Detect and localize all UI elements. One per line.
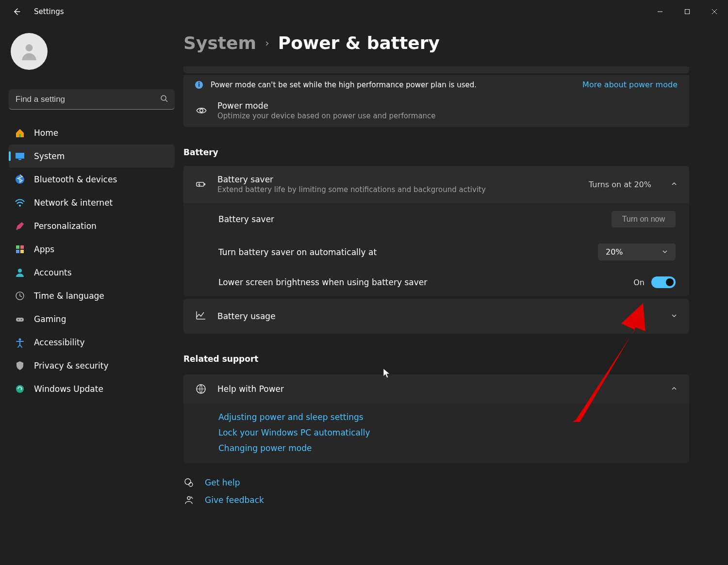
bluetooth-icon [15, 174, 25, 185]
home-icon [15, 128, 25, 138]
title-bar: Settings [0, 0, 728, 23]
footer-links: Get help Give feedback [183, 477, 689, 505]
accounts-icon [15, 267, 25, 278]
sidebar-item-label: Privacy & security [34, 361, 109, 371]
power-mode-title: Power mode [217, 101, 436, 111]
close-button[interactable] [701, 0, 728, 23]
sidebar-item-system[interactable]: System [9, 145, 175, 168]
sidebar-item-label: Apps [34, 244, 54, 254]
info-icon: i [195, 81, 203, 89]
chevron-down-icon [662, 247, 668, 257]
svg-point-16 [21, 319, 22, 321]
sidebar-item-bluetooth[interactable]: Bluetooth & devices [9, 168, 175, 191]
battery-section-title: Battery [183, 147, 689, 157]
svg-point-7 [19, 205, 21, 207]
feedback-link[interactable]: Give feedback [183, 495, 689, 505]
lower-brightness-state: On [633, 278, 645, 287]
battery-saver-status: Turns on at 20% [589, 180, 651, 189]
toggle-knob [666, 278, 674, 286]
main-content: System › Power & battery i Power mode ca… [183, 23, 728, 565]
svg-point-15 [18, 319, 19, 321]
auto-threshold-value: 20% [606, 247, 623, 257]
help-link-3[interactable]: Changing power mode [218, 443, 676, 453]
get-help-icon [183, 477, 194, 488]
sidebar-item-label: Home [34, 128, 58, 138]
chevron-right-icon: › [265, 37, 269, 49]
sidebar-item-label: Accounts [34, 268, 72, 277]
svg-point-25 [187, 497, 190, 500]
sidebar-item-home[interactable]: Home [9, 121, 175, 145]
info-text: Power mode can't be set while the high p… [211, 81, 477, 89]
svg-point-19 [200, 109, 203, 113]
sidebar-item-windows-update[interactable]: Windows Update [9, 377, 175, 401]
svg-rect-21 [204, 183, 205, 185]
search-input[interactable] [16, 95, 160, 104]
auto-threshold-select[interactable]: 20% [598, 243, 676, 260]
svg-point-23 [185, 479, 191, 484]
feedback-icon [183, 495, 194, 505]
sidebar-item-label: System [34, 151, 65, 161]
lower-brightness-label: Lower screen brightness when using batte… [218, 277, 427, 287]
sidebar-item-privacy[interactable]: Privacy & security [9, 354, 175, 377]
avatar[interactable] [11, 33, 48, 70]
sidebar-item-label: Bluetooth & devices [34, 175, 117, 184]
power-mode-subtitle: Optimize your device based on power use … [217, 112, 436, 120]
chevron-up-icon [671, 385, 678, 394]
sidebar-item-gaming[interactable]: Gaming [9, 307, 175, 331]
battery-saver-header[interactable]: Battery saver Extend battery life by lim… [183, 166, 689, 203]
sidebar-item-time-language[interactable]: Time & language [9, 284, 175, 307]
gaming-icon [15, 314, 25, 324]
help-link-2[interactable]: Lock your Windows PC automatically [218, 428, 676, 437]
auto-threshold-label: Turn battery saver on automatically at [218, 247, 377, 257]
accessibility-icon [15, 337, 25, 348]
powermode-icon [195, 104, 208, 117]
help-link-1[interactable]: Adjusting power and sleep settings [218, 412, 676, 422]
svg-rect-9 [20, 245, 24, 249]
svg-point-1 [26, 44, 33, 51]
sidebar-item-label: Network & internet [34, 198, 113, 208]
info-link[interactable]: More about power mode [582, 80, 678, 89]
svg-rect-3 [19, 134, 21, 137]
help-title: Help with Power [217, 384, 284, 394]
apps-icon [15, 244, 25, 255]
search-icon [160, 95, 168, 104]
window-title: Settings [34, 7, 64, 16]
svg-rect-5 [18, 159, 21, 160]
sidebar-item-network[interactable]: Network & internet [9, 191, 175, 214]
svg-point-12 [18, 269, 22, 273]
breadcrumb-parent[interactable]: System [183, 33, 256, 53]
maximize-button[interactable] [674, 0, 701, 23]
sidebar-item-accessibility[interactable]: Accessibility [9, 331, 175, 354]
sidebar-item-accounts[interactable]: Accounts [9, 261, 175, 284]
svg-rect-0 [685, 10, 690, 14]
back-button[interactable] [10, 5, 23, 18]
sidebar-item-apps[interactable]: Apps [9, 238, 175, 261]
sidebar-item-label: Time & language [34, 291, 104, 301]
turn-on-now-button[interactable]: Turn on now [612, 211, 676, 227]
svg-point-18 [16, 385, 24, 393]
sidebar-item-personalization[interactable]: Personalization [9, 214, 175, 238]
related-section-title: Related support [183, 354, 689, 364]
auto-threshold-row: Turn battery saver on automatically at 2… [183, 235, 689, 268]
sidebar-item-label: Gaming [34, 314, 66, 324]
chevron-down-icon [671, 312, 678, 321]
svg-point-2 [161, 96, 166, 100]
collapsed-card-stub [183, 66, 689, 73]
sidebar-item-label: Accessibility [34, 338, 85, 347]
battery-usage-label: Battery usage [217, 311, 276, 321]
nav: Home System Bluetooth & devices Network … [9, 121, 175, 401]
time-language-icon [15, 291, 25, 301]
help-header[interactable]: Help with Power [183, 374, 689, 404]
sidebar: Home System Bluetooth & devices Network … [0, 23, 183, 565]
battery-usage-row[interactable]: Battery usage [183, 299, 689, 334]
network-icon [15, 197, 25, 208]
minimize-button[interactable] [646, 0, 674, 23]
help-links: Adjusting power and sleep settings Lock … [183, 404, 689, 463]
svg-rect-14 [16, 318, 24, 322]
lower-brightness-toggle[interactable] [651, 276, 676, 288]
search-box[interactable] [9, 89, 175, 110]
sidebar-item-label: Personalization [34, 221, 97, 231]
get-help-label: Get help [205, 478, 240, 487]
battery-saver-icon [195, 178, 207, 190]
get-help-link[interactable]: Get help [183, 477, 689, 488]
